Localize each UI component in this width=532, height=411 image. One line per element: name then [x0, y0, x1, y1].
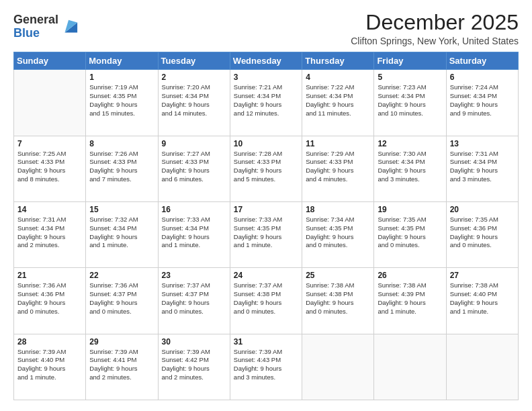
calendar-cell: 31Sunrise: 7:39 AMSunset: 4:43 PMDayligh…	[230, 334, 302, 400]
calendar-cell: 25Sunrise: 7:38 AMSunset: 4:38 PMDayligh…	[302, 268, 374, 334]
cell-content: Sunrise: 7:28 AMSunset: 4:33 PMDaylight:…	[234, 150, 298, 184]
calendar-cell: 3Sunrise: 7:21 AMSunset: 4:34 PMDaylight…	[230, 70, 302, 136]
cell-content: Sunrise: 7:20 AMSunset: 4:34 PMDaylight:…	[162, 83, 226, 118]
cell-content: Sunrise: 7:32 AMSunset: 4:34 PMDaylight:…	[89, 216, 154, 250]
day-number: 6	[450, 73, 515, 82]
day-number: 25	[306, 271, 370, 280]
cell-content: Sunrise: 7:39 AMSunset: 4:42 PMDaylight:…	[162, 348, 226, 382]
calendar-cell: 21Sunrise: 7:36 AMSunset: 4:36 PMDayligh…	[14, 268, 86, 334]
day-number: 11	[306, 139, 370, 148]
calendar-cell: 8Sunrise: 7:26 AMSunset: 4:33 PMDaylight…	[86, 136, 158, 201]
logo-blue: Blue	[13, 26, 40, 40]
cell-content: Sunrise: 7:37 AMSunset: 4:38 PMDaylight:…	[234, 281, 298, 316]
title-block: December 2025 Clifton Springs, New York,…	[351, 11, 519, 46]
day-number: 19	[378, 205, 442, 214]
calendar-cell: 2Sunrise: 7:20 AMSunset: 4:34 PMDaylight…	[158, 70, 230, 136]
calendar-cell: 28Sunrise: 7:39 AMSunset: 4:40 PMDayligh…	[14, 334, 86, 400]
cell-content: Sunrise: 7:37 AMSunset: 4:37 PMDaylight:…	[162, 281, 226, 316]
day-number: 29	[89, 337, 154, 347]
cell-content: Sunrise: 7:23 AMSunset: 4:34 PMDaylight:…	[378, 83, 442, 118]
calendar-cell: 15Sunrise: 7:32 AMSunset: 4:34 PMDayligh…	[86, 201, 158, 267]
col-header-sunday: Sunday	[14, 52, 86, 70]
calendar-header-row: SundayMondayTuesdayWednesdayThursdayFrid…	[14, 52, 519, 70]
calendar-cell: 19Sunrise: 7:35 AMSunset: 4:35 PMDayligh…	[374, 201, 446, 267]
cell-content: Sunrise: 7:25 AMSunset: 4:33 PMDaylight:…	[17, 150, 82, 184]
day-number: 15	[89, 205, 154, 214]
calendar-cell: 6Sunrise: 7:24 AMSunset: 4:34 PMDaylight…	[446, 70, 518, 136]
calendar-cell: 1Sunrise: 7:19 AMSunset: 4:35 PMDaylight…	[86, 70, 158, 136]
col-header-monday: Monday	[86, 52, 158, 70]
calendar-cell: 4Sunrise: 7:22 AMSunset: 4:34 PMDaylight…	[302, 70, 374, 136]
calendar-cell: 26Sunrise: 7:38 AMSunset: 4:39 PMDayligh…	[374, 268, 446, 334]
calendar-cell: 27Sunrise: 7:38 AMSunset: 4:40 PMDayligh…	[446, 268, 518, 334]
day-number: 7	[17, 139, 82, 148]
day-number: 13	[450, 139, 515, 148]
calendar-cell: 24Sunrise: 7:37 AMSunset: 4:38 PMDayligh…	[230, 268, 302, 334]
calendar-cell: 30Sunrise: 7:39 AMSunset: 4:42 PMDayligh…	[158, 334, 230, 400]
day-number: 31	[234, 337, 298, 347]
cell-content: Sunrise: 7:39 AMSunset: 4:40 PMDaylight:…	[17, 348, 82, 382]
calendar-cell: 7Sunrise: 7:25 AMSunset: 4:33 PMDaylight…	[14, 136, 86, 201]
day-number: 8	[89, 139, 154, 148]
day-number: 10	[234, 139, 298, 148]
cell-content: Sunrise: 7:39 AMSunset: 4:43 PMDaylight:…	[234, 348, 298, 382]
calendar-cell: 11Sunrise: 7:29 AMSunset: 4:33 PMDayligh…	[302, 136, 374, 201]
cell-content: Sunrise: 7:38 AMSunset: 4:39 PMDaylight:…	[378, 281, 442, 316]
calendar-cell: 29Sunrise: 7:39 AMSunset: 4:41 PMDayligh…	[86, 334, 158, 400]
day-number: 16	[162, 205, 226, 214]
day-number: 4	[306, 73, 370, 82]
col-header-saturday: Saturday	[446, 52, 518, 70]
cell-content: Sunrise: 7:31 AMSunset: 4:34 PMDaylight:…	[450, 150, 515, 184]
calendar-cell: 14Sunrise: 7:31 AMSunset: 4:34 PMDayligh…	[14, 201, 86, 267]
cell-content: Sunrise: 7:39 AMSunset: 4:41 PMDaylight:…	[89, 348, 154, 382]
day-number: 18	[306, 205, 370, 214]
day-number: 3	[234, 73, 298, 82]
calendar-cell	[374, 334, 446, 400]
location: Clifton Springs, New York, United States	[351, 36, 519, 46]
day-number: 12	[378, 139, 442, 148]
day-number: 20	[450, 205, 515, 214]
header: General Blue December 2025 Clifton Sprin…	[13, 11, 519, 46]
day-number: 24	[234, 271, 298, 280]
calendar-week-row: 21Sunrise: 7:36 AMSunset: 4:36 PMDayligh…	[14, 268, 519, 334]
calendar-cell: 18Sunrise: 7:34 AMSunset: 4:35 PMDayligh…	[302, 201, 374, 267]
calendar-week-row: 1Sunrise: 7:19 AMSunset: 4:35 PMDaylight…	[14, 70, 519, 136]
day-number: 22	[89, 271, 154, 280]
calendar-cell	[302, 334, 374, 400]
calendar-cell: 12Sunrise: 7:30 AMSunset: 4:34 PMDayligh…	[374, 136, 446, 201]
day-number: 2	[162, 73, 226, 82]
calendar-cell: 17Sunrise: 7:33 AMSunset: 4:35 PMDayligh…	[230, 201, 302, 267]
logo: General Blue	[13, 13, 79, 40]
col-header-wednesday: Wednesday	[230, 52, 302, 70]
day-number: 1	[89, 73, 154, 82]
cell-content: Sunrise: 7:38 AMSunset: 4:38 PMDaylight:…	[306, 281, 370, 316]
day-number: 17	[234, 205, 298, 214]
day-number: 21	[17, 271, 82, 280]
logo-general: General	[13, 13, 58, 26]
day-number: 5	[378, 73, 442, 82]
day-number: 23	[162, 271, 226, 280]
cell-content: Sunrise: 7:33 AMSunset: 4:34 PMDaylight:…	[162, 216, 226, 250]
logo-text: General Blue	[13, 13, 58, 40]
calendar-table: SundayMondayTuesdayWednesdayThursdayFrid…	[13, 52, 519, 400]
calendar-cell	[446, 334, 518, 400]
cell-content: Sunrise: 7:27 AMSunset: 4:33 PMDaylight:…	[162, 150, 226, 184]
day-number: 30	[162, 337, 226, 347]
cell-content: Sunrise: 7:35 AMSunset: 4:36 PMDaylight:…	[450, 216, 515, 250]
cell-content: Sunrise: 7:19 AMSunset: 4:35 PMDaylight:…	[89, 83, 154, 118]
calendar-cell: 10Sunrise: 7:28 AMSunset: 4:33 PMDayligh…	[230, 136, 302, 201]
cell-content: Sunrise: 7:26 AMSunset: 4:33 PMDaylight:…	[89, 150, 154, 184]
calendar-cell: 23Sunrise: 7:37 AMSunset: 4:37 PMDayligh…	[158, 268, 230, 334]
cell-content: Sunrise: 7:36 AMSunset: 4:36 PMDaylight:…	[17, 281, 82, 316]
cell-content: Sunrise: 7:24 AMSunset: 4:34 PMDaylight:…	[450, 83, 515, 118]
cell-content: Sunrise: 7:31 AMSunset: 4:34 PMDaylight:…	[17, 216, 82, 250]
calendar-cell: 20Sunrise: 7:35 AMSunset: 4:36 PMDayligh…	[446, 201, 518, 267]
cell-content: Sunrise: 7:30 AMSunset: 4:34 PMDaylight:…	[378, 150, 442, 184]
calendar-cell	[14, 70, 86, 136]
calendar-cell: 13Sunrise: 7:31 AMSunset: 4:34 PMDayligh…	[446, 136, 518, 201]
day-number: 28	[17, 337, 82, 347]
calendar-cell: 9Sunrise: 7:27 AMSunset: 4:33 PMDaylight…	[158, 136, 230, 201]
cell-content: Sunrise: 7:22 AMSunset: 4:34 PMDaylight:…	[306, 83, 370, 118]
logo-icon	[60, 17, 79, 36]
day-number: 26	[378, 271, 442, 280]
